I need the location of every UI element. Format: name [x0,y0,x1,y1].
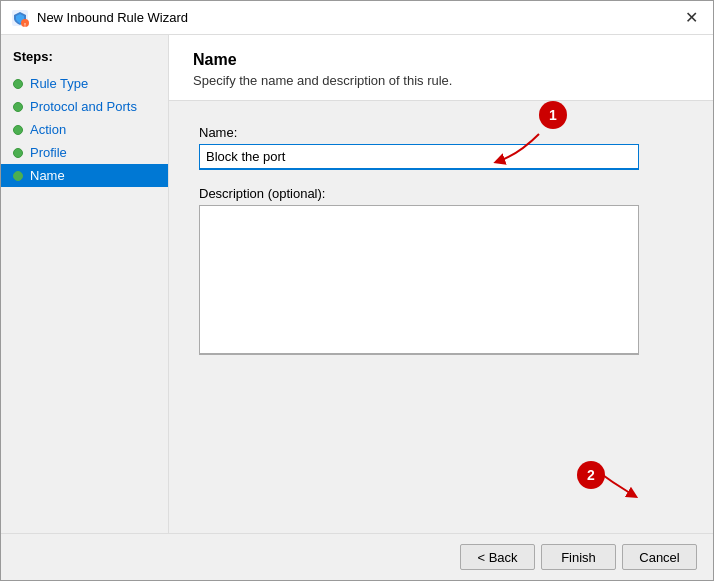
page-subtitle: Specify the name and description of this… [193,73,689,88]
title-bar: ! New Inbound Rule Wizard ✕ [1,1,713,35]
step-label-name: Name [30,168,65,183]
arrow-2 [583,463,643,503]
back-button[interactable]: < Back [460,544,535,570]
page-title: Name [193,51,689,69]
name-field-group: Name: [199,125,683,170]
cancel-button[interactable]: Cancel [622,544,697,570]
description-label: Description (optional): [199,186,683,201]
sidebar-item-profile[interactable]: Profile [1,141,168,164]
main-window: ! New Inbound Rule Wizard ✕ Steps: Rule … [0,0,714,581]
step-dot-profile [13,148,23,158]
annotation-2: 2 [577,461,605,489]
footer: < Back Finish Cancel [1,533,713,580]
sidebar-item-protocol[interactable]: Protocol and Ports [1,95,168,118]
app-icon: ! [11,9,29,27]
main-panel: Name Specify the name and description of… [169,35,713,533]
step-label-protocol: Protocol and Ports [30,99,137,114]
sidebar-item-action[interactable]: Action [1,118,168,141]
step-label-profile: Profile [30,145,67,160]
steps-label: Steps: [1,45,168,72]
window-title: New Inbound Rule Wizard [37,10,188,25]
form-area: 1 Name: Description (optional): [169,101,713,533]
main-header: Name Specify the name and description of… [169,35,713,101]
close-button[interactable]: ✕ [679,6,703,30]
step-label-action: Action [30,122,66,137]
name-input[interactable] [199,144,639,170]
step-dot-protocol [13,102,23,112]
content-area: Steps: Rule Type Protocol and Ports Acti… [1,35,713,533]
step-dot-name [13,171,23,181]
step-dot-action [13,125,23,135]
sidebar-item-name[interactable]: Name [1,164,168,187]
sidebar: Steps: Rule Type Protocol and Ports Acti… [1,35,169,533]
finish-button[interactable]: Finish [541,544,616,570]
title-bar-left: ! New Inbound Rule Wizard [11,9,188,27]
sidebar-item-rule-type[interactable]: Rule Type [1,72,168,95]
description-input[interactable] [199,205,639,355]
svg-text:!: ! [24,21,26,27]
name-label: Name: [199,125,683,140]
description-field-group: Description (optional): [199,186,683,358]
step-label-rule-type: Rule Type [30,76,88,91]
step-dot-rule-type [13,79,23,89]
